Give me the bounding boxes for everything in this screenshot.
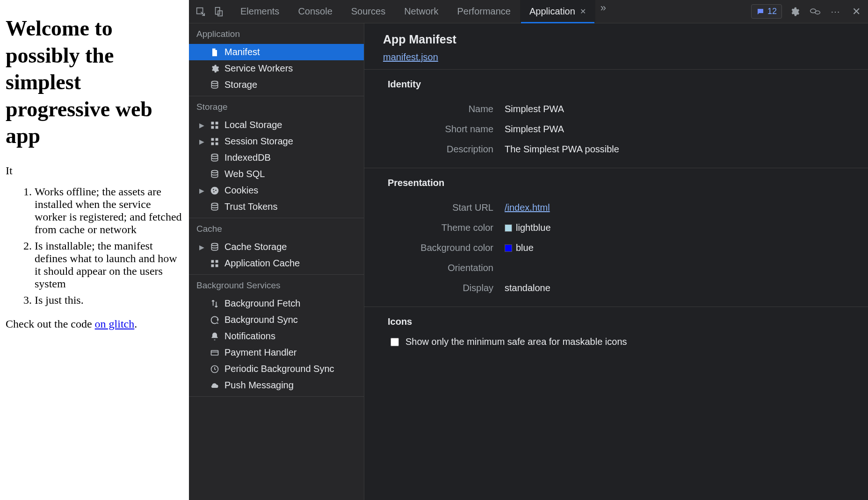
svg-point-19 [213,191,215,193]
db-icon [210,202,220,212]
kv-row: Short nameSimplest PWA [383,119,849,139]
sidebar-item-label: Application Cache [224,258,300,269]
svg-point-16 [211,186,219,194]
sidebar-item-storage[interactable]: Storage [189,77,364,93]
expand-arrow-icon[interactable]: ▶ [198,121,205,129]
sidebar-item-cookies[interactable]: ▶Cookies [189,182,364,199]
tab-sources[interactable]: Sources [342,0,395,23]
arrows-icon [210,299,220,309]
cookie-icon [210,186,220,196]
sidebar-item-background-sync[interactable]: Background Sync [189,312,364,328]
db-icon [210,80,220,90]
kv-row: Orientation [383,258,849,278]
feedback-icon[interactable] [807,4,823,20]
sidebar-item-service-workers[interactable]: Service Workers [189,60,364,77]
kv-value: The Simplest PWA possible [505,144,619,155]
inspect-element-icon[interactable] [193,4,209,20]
expand-arrow-icon[interactable]: ▶ [198,243,205,251]
close-devtools-icon[interactable]: ✕ [848,4,864,20]
svg-rect-23 [216,260,218,263]
sidebar-item-session-storage[interactable]: ▶Session Storage [189,133,364,150]
kv-key: Short name [383,124,505,135]
sidebar-item-label: Trust Tokens [224,201,277,212]
close-icon[interactable]: ✕ [580,7,586,16]
kv-key: Background color [383,243,505,253]
sidebar-item-label: Payment Handler [224,347,297,358]
svg-rect-2 [218,11,222,16]
manifest-file-link[interactable]: manifest.json [383,52,438,62]
tab-console[interactable]: Console [289,0,341,23]
db-icon [210,169,220,179]
list-item: Works offline; the assets are installed … [35,186,183,236]
svg-point-21 [211,243,217,245]
kv-row: Background colorblue [383,238,849,258]
svg-point-15 [211,170,217,172]
issues-counter[interactable]: 12 [751,4,782,19]
clock-icon [210,364,220,374]
sidebar-section-title: Cache [189,218,364,239]
gear-icon [210,64,220,74]
svg-rect-25 [216,264,218,267]
svg-rect-8 [211,126,214,129]
svg-point-4 [815,11,820,14]
sidebar-item-indexeddb[interactable]: IndexedDB [189,150,364,166]
maskable-icons-checkbox[interactable] [391,338,399,346]
manifest-details: App Manifest manifest.json Identity Name… [364,23,868,500]
more-menu-icon[interactable]: ⋯ [828,4,844,20]
devtools-panel: Elements Console Sources Network Perform… [189,0,868,500]
sidebar-item-periodic-background-sync[interactable]: Periodic Background Sync [189,361,364,377]
expand-arrow-icon[interactable]: ▶ [198,138,205,145]
svg-rect-9 [216,126,218,129]
kv-value: blue [505,243,534,253]
tab-application[interactable]: Application ✕ [520,0,595,23]
icons-section: Icons Show only the minimum safe area fo… [364,307,868,356]
svg-rect-26 [211,350,218,355]
svg-rect-6 [211,121,214,124]
sidebar-item-label: Push Messaging [224,380,294,391]
sidebar-item-trust-tokens[interactable]: Trust Tokens [189,199,364,215]
svg-point-14 [211,154,217,156]
sidebar-section-title: Application [189,23,364,44]
page-bullet-list: Works offline; the assets are installed … [24,186,183,307]
tab-performance[interactable]: Performance [448,0,521,23]
svg-rect-22 [211,260,214,263]
sidebar-item-local-storage[interactable]: ▶Local Storage [189,117,364,133]
sidebar-item-label: Background Fetch [224,298,300,309]
expand-arrow-icon[interactable]: ▶ [198,187,205,194]
glitch-link[interactable]: on glitch [95,318,135,330]
svg-rect-13 [216,142,218,145]
sidebar-item-background-fetch[interactable]: Background Fetch [189,295,364,312]
devtools-tabbar: Elements Console Sources Network Perform… [189,0,868,23]
list-item: Is just this. [35,294,183,307]
kv-value: standalone [505,283,550,293]
svg-rect-7 [216,121,218,124]
settings-icon[interactable] [787,4,803,20]
sidebar-item-payment-handler[interactable]: Payment Handler [189,344,364,361]
kv-key: Start URL [383,202,505,213]
sidebar-item-notifications[interactable]: Notifications [189,328,364,344]
sidebar-item-application-cache[interactable]: Application Cache [189,255,364,271]
tab-network[interactable]: Network [395,0,448,23]
tab-elements[interactable]: Elements [231,0,289,23]
sidebar-item-push-messaging[interactable]: Push Messaging [189,377,364,393]
color-swatch [505,244,512,252]
kv-key: Theme color [383,222,505,233]
more-tabs-icon[interactable]: » [595,0,611,16]
grid-icon [210,136,220,147]
svg-rect-12 [211,142,214,145]
list-item: Is installable; the manifest defines wha… [35,240,183,290]
start-url-link[interactable]: /index.html [505,202,550,213]
svg-point-17 [213,189,214,190]
devtools-tabs: Elements Console Sources Network Perform… [231,0,749,23]
sidebar-section-title: Storage [189,96,364,117]
sidebar-item-manifest[interactable]: Manifest [189,44,364,60]
sidebar-item-label: IndexedDB [224,152,271,163]
sidebar-item-web-sql[interactable]: Web SQL [189,166,364,182]
sidebar-item-cache-storage[interactable]: ▶Cache Storage [189,239,364,255]
grid-icon [210,120,220,130]
sidebar-item-label: Cookies [224,185,258,196]
page-heading: Welcome to possibly the simplest progres… [6,15,183,150]
kv-value: lightblue [505,222,551,233]
device-toolbar-icon[interactable] [210,4,226,20]
manifest-title: App Manifest [383,33,849,46]
